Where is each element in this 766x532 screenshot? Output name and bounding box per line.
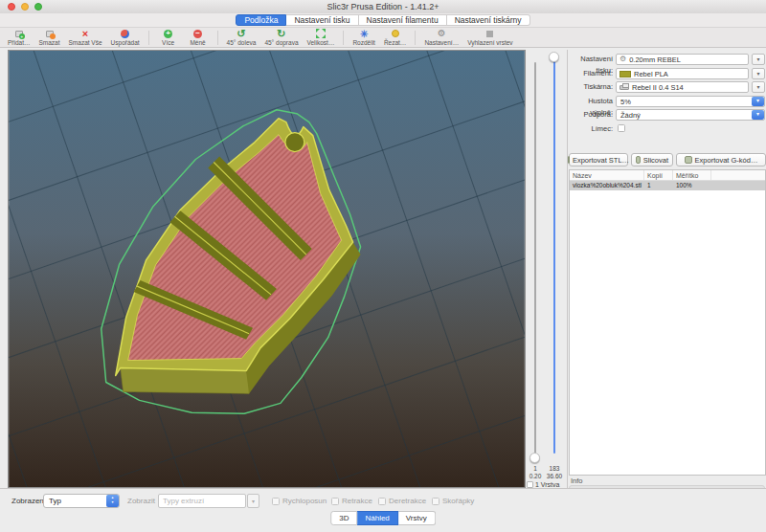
toolbar-separator: [343, 31, 344, 45]
view-mode-segmented-control: 3D Náhled Vrstvy: [330, 511, 436, 525]
title-bar: Slic3r Prusa Edition - 1.41.2+: [0, 0, 766, 13]
travel-checkbox: Rychloposun: [272, 497, 327, 505]
layer-smoothing-icon: [486, 29, 493, 38]
tab-plater[interactable]: Podložka: [236, 14, 286, 26]
minimize-window-button[interactable]: [21, 3, 29, 11]
plater-toolbar: + Přidat… Smazat × Smazat Vše Uspořádat …: [0, 27, 766, 48]
toolbar-separator: [217, 31, 218, 45]
rotate-left-button[interactable]: ↺ 45° doleva: [227, 29, 257, 46]
mode-3d-button[interactable]: 3D: [330, 511, 357, 525]
object-list-header: Název Kopií Měřítko: [570, 170, 765, 181]
close-window-button[interactable]: [8, 3, 15, 11]
filament-label: Filament:: [568, 68, 613, 79]
object-name: vlozka%20obluk%204.stl: [570, 181, 644, 190]
print-settings-dropdown-button[interactable]: ▾: [752, 54, 765, 65]
delete-button[interactable]: Smazat: [38, 29, 59, 46]
tab-filament-settings[interactable]: Nastavení filamentu: [359, 14, 447, 26]
deretractions-checkbox: Deretrakce: [378, 497, 426, 505]
retractions-checkbox: Retrakce: [331, 497, 372, 505]
more-copies-button[interactable]: + Více: [158, 29, 179, 46]
view-type-dropdown[interactable]: Typ ▴▾: [43, 494, 120, 508]
mode-preview-button[interactable]: Náhled: [357, 511, 397, 525]
print-bed-scene: [9, 51, 525, 487]
fewer-copies-icon: −: [193, 29, 202, 38]
brim-checkbox[interactable]: [618, 124, 625, 132]
filament-dropdown-button[interactable]: ▾: [752, 68, 765, 79]
fewer-copies-button[interactable]: − Méně: [188, 29, 209, 46]
object-settings-button[interactable]: ⚙ Nastavení…: [424, 29, 459, 46]
export-stl-icon: [568, 156, 570, 164]
split-icon: ✳: [360, 29, 368, 38]
upper-layer-slider-knob[interactable]: [549, 52, 559, 62]
cut-icon: [392, 29, 399, 38]
single-layer-label: 1 Vrstva: [535, 481, 559, 488]
lower-layer-number: 1: [526, 465, 545, 472]
main-tab-bar: Podložka Nastavení tisku Nastavení filam…: [0, 13, 766, 27]
table-row[interactable]: vlozka%20obluk%204.stl 1 100%: [570, 181, 765, 190]
show-label: Zobrazit: [127, 494, 155, 508]
rotate-left-icon: ↺: [237, 29, 245, 38]
printer-icon: [620, 85, 629, 90]
lower-layer-slider-track[interactable]: [534, 62, 536, 456]
zoom-window-button[interactable]: [34, 3, 42, 11]
lower-layer-slider-knob[interactable]: [529, 453, 540, 463]
filament-color-swatch: [620, 71, 631, 78]
stepper-arrows-icon: ▴▾: [106, 495, 119, 507]
model-corner-hole: [285, 133, 304, 152]
tab-print-settings[interactable]: Nastavení tisku: [286, 14, 358, 26]
delete-all-icon: ×: [82, 29, 88, 38]
toolbar-separator: [148, 31, 149, 45]
object-list-table: Název Kopií Měřítko vlozka%20obluk%204.s…: [569, 169, 766, 476]
preview-3d-viewport[interactable]: [8, 50, 526, 488]
export-stl-button[interactable]: Exportovat STL…: [569, 153, 628, 166]
printer-label: Tiskárna:: [568, 81, 613, 93]
tab-printer-settings[interactable]: Nastavení tiskárny: [447, 14, 530, 26]
print-settings-combo[interactable]: ⚙ 0.20mm REBEL: [616, 54, 749, 65]
slice-button[interactable]: Slicovat: [631, 153, 673, 166]
brim-label: Límec:: [568, 123, 613, 135]
upper-layer-number: 183: [545, 465, 564, 472]
single-layer-checkbox[interactable]: 1 Vrstva: [527, 481, 559, 488]
filament-combo[interactable]: Rebel PLA: [616, 68, 749, 79]
chevron-down-icon: ▾: [752, 97, 764, 106]
toolbar-separator: [415, 31, 416, 45]
support-popup[interactable]: Žádný ▾: [616, 109, 765, 121]
extrusion-type-input: [158, 494, 246, 508]
mode-layers-button[interactable]: Vrstvy: [398, 511, 436, 525]
layer-slider-strip: 1 183 0.20 36.60 1 Vrstva: [526, 50, 567, 488]
scale-button[interactable]: Velikost…: [307, 29, 335, 46]
more-copies-icon: +: [164, 29, 172, 38]
object-scale: 100%: [673, 181, 711, 190]
upper-layer-slider-track[interactable]: [553, 57, 555, 454]
model-front-wall: [121, 368, 250, 394]
column-copies: Kopií: [644, 170, 673, 180]
add-button[interactable]: + Přidat…: [8, 29, 30, 46]
slice-icon: [636, 156, 641, 164]
scale-icon: [316, 29, 326, 38]
export-gcode-button[interactable]: Exportovat G-kód…: [676, 153, 766, 166]
object-copies: 1: [644, 181, 673, 190]
window-title: Slic3r Prusa Edition - 1.41.2+: [0, 0, 766, 13]
infill-popup[interactable]: 5% ▾: [616, 96, 765, 107]
printer-dropdown-button[interactable]: ▾: [752, 81, 765, 93]
support-label: Podpora:: [568, 109, 613, 121]
printer-combo[interactable]: Rebel II 0.4 S14: [616, 81, 749, 93]
single-layer-checkbox-box[interactable]: [527, 481, 533, 488]
delete-all-button[interactable]: × Smazat Vše: [69, 29, 102, 46]
info-section-title: Info: [571, 477, 583, 485]
object-settings-icon: ⚙: [438, 29, 446, 38]
cut-button[interactable]: Řezat…: [384, 29, 406, 46]
upper-layer-height: 36.60: [545, 473, 564, 479]
arrange-button[interactable]: Uspořádat: [111, 29, 140, 46]
split-button[interactable]: ✳ Rozdělit: [352, 29, 374, 46]
arrange-icon: [121, 29, 129, 38]
add-object-icon: +: [15, 29, 23, 38]
column-scale: Měřítko: [673, 170, 711, 180]
rotate-right-button[interactable]: ↻ 45° doprava: [264, 29, 298, 46]
export-gcode-icon: [685, 156, 692, 164]
rotate-right-icon: ↻: [277, 29, 285, 38]
gear-icon: ⚙: [620, 55, 626, 64]
column-name: Název: [570, 170, 644, 180]
layer-smoothing-button[interactable]: Vyhlazení vrstev: [467, 29, 512, 46]
settings-sidebar: Nastavení tisku: ⚙ 0.20mm REBEL ▾ Filame…: [567, 50, 766, 488]
